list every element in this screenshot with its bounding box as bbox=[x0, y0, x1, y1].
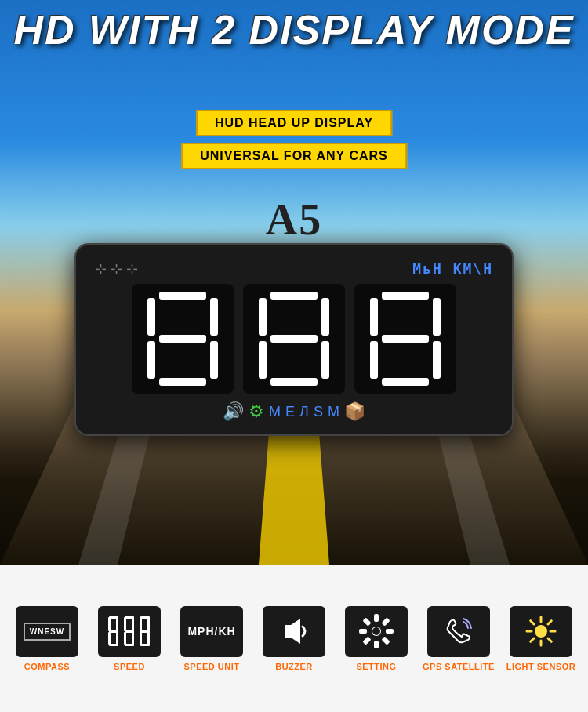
light-sensor-svg bbox=[524, 614, 558, 648]
svg-marker-25 bbox=[285, 619, 300, 644]
setting-icon-box bbox=[345, 606, 408, 657]
menu-m-icon: М bbox=[269, 404, 281, 420]
feature-setting: SETTING bbox=[339, 606, 414, 671]
seg-tl-1 bbox=[147, 298, 155, 336]
svg-line-35 bbox=[548, 638, 551, 641]
gps-label: GPS SATELLITE bbox=[423, 662, 495, 671]
seg-mid-3 bbox=[382, 335, 429, 343]
hero-section: HD WITH 2 DISPLAY MODE HUD HEAD UP DISPL… bbox=[0, 0, 588, 565]
model-name: A5 bbox=[266, 194, 322, 245]
badge-hud: HUD HEAD UP DISPLAY bbox=[196, 110, 392, 136]
seg-top-2 bbox=[270, 292, 318, 300]
mini-speed-display bbox=[108, 616, 151, 647]
seg-bot-3 bbox=[382, 378, 429, 386]
seg-top-1 bbox=[159, 292, 206, 300]
buzzer-label: BUZZER bbox=[275, 662, 313, 671]
menu-n-icon: Л bbox=[299, 404, 309, 420]
seg-br-2 bbox=[321, 341, 329, 379]
menu-e-icon: Е bbox=[285, 404, 295, 420]
gps-icon-box bbox=[427, 606, 490, 657]
speed-icon-box bbox=[98, 606, 161, 657]
bottom-section: WNESW COMPASS bbox=[0, 565, 588, 712]
seg-tr-3 bbox=[433, 298, 441, 336]
badge-universal: UNIVERSAL FOR ANY CARS bbox=[181, 143, 407, 169]
seg-display-3 bbox=[370, 292, 441, 386]
speaker-icon: ⊹ ⊹ ⊹ bbox=[95, 260, 138, 278]
svg-rect-10 bbox=[116, 632, 118, 645]
svg-rect-23 bbox=[140, 632, 142, 645]
digit-3 bbox=[354, 284, 456, 394]
seg-display-2 bbox=[259, 292, 329, 386]
digit-2 bbox=[243, 284, 345, 394]
light-sensor-icon-box bbox=[510, 606, 572, 657]
svg-rect-8 bbox=[116, 617, 118, 631]
gps-svg bbox=[441, 614, 476, 648]
svg-point-28 bbox=[372, 627, 380, 635]
light-sensor-label: LIGHT SENSOR bbox=[506, 662, 576, 671]
buzzer-icon-box bbox=[263, 606, 325, 657]
seg-bl-1 bbox=[147, 341, 155, 379]
svg-line-37 bbox=[531, 638, 534, 641]
svg-rect-21 bbox=[140, 617, 142, 631]
seg-display-1 bbox=[147, 292, 218, 386]
features-grid: WNESW COMPASS bbox=[10, 606, 579, 671]
compass-text: WNESW bbox=[30, 627, 64, 636]
svg-line-34 bbox=[531, 621, 534, 624]
speed-display bbox=[95, 284, 493, 394]
svg-rect-16 bbox=[124, 632, 126, 645]
seg-tl-3 bbox=[370, 298, 378, 336]
main-title: HD WITH 2 DISPLAY MODE bbox=[0, 8, 588, 53]
page-wrapper: HD WITH 2 DISPLAY MODE HUD HEAD UP DISPL… bbox=[0, 0, 588, 712]
hud-device: ⊹ ⊹ ⊹ МьН КМ\Н bbox=[74, 243, 514, 436]
svg-rect-9 bbox=[108, 632, 111, 645]
feature-gps: GPS SATELLITE bbox=[422, 606, 496, 671]
feature-light-sensor: LIGHT SENSOR bbox=[504, 606, 579, 671]
svg-rect-24 bbox=[147, 632, 150, 645]
svg-rect-17 bbox=[132, 632, 134, 645]
seg-tr-1 bbox=[210, 298, 218, 336]
svg-rect-27 bbox=[374, 614, 379, 622]
seg-br-1 bbox=[210, 341, 218, 379]
seg-mid-2 bbox=[270, 335, 318, 343]
seg-mid-1 bbox=[159, 335, 206, 343]
setting-label: SETTING bbox=[356, 662, 396, 671]
package-icon: 📦 bbox=[344, 401, 365, 422]
feature-buzzer: BUZZER bbox=[257, 606, 332, 671]
mini-speed-svg bbox=[108, 616, 151, 647]
seg-bot-1 bbox=[159, 378, 206, 386]
svg-rect-7 bbox=[108, 617, 111, 631]
svg-line-36 bbox=[548, 621, 551, 624]
speed-unit-icon-box: MPH/KH bbox=[180, 606, 243, 657]
seg-tl-2 bbox=[259, 298, 267, 336]
seg-br-3 bbox=[433, 341, 441, 379]
digit-1 bbox=[132, 284, 234, 394]
compass-display: WNESW bbox=[24, 623, 71, 641]
buzzer-svg bbox=[278, 616, 310, 647]
svg-rect-15 bbox=[132, 617, 134, 631]
device-top-bar: ⊹ ⊹ ⊹ МьН КМ\Н bbox=[95, 260, 493, 278]
speed-unit-text: MPH/KH bbox=[187, 625, 235, 638]
svg-rect-22 bbox=[147, 617, 150, 631]
seg-bl-3 bbox=[370, 341, 378, 379]
icon-row: 🔊 ⚙ М Е Л Ѕ М 📦 bbox=[95, 401, 493, 422]
seg-top-3 bbox=[382, 292, 429, 300]
speed-unit-label: SPEED UNIT bbox=[183, 662, 239, 671]
svg-point-29 bbox=[535, 625, 547, 638]
menu-m2-icon: М bbox=[328, 404, 339, 420]
svg-rect-14 bbox=[124, 617, 126, 631]
feature-compass: WNESW COMPASS bbox=[10, 606, 85, 671]
speed-label: SPEED bbox=[114, 662, 145, 671]
menu-s-icon: Ѕ bbox=[314, 404, 323, 420]
seg-bot-2 bbox=[270, 378, 318, 386]
compass-icon-box: WNESW bbox=[16, 606, 78, 657]
seg-bl-2 bbox=[259, 341, 267, 379]
seg-tr-2 bbox=[321, 298, 329, 336]
feature-speed-unit: MPH/KH SPEED UNIT bbox=[175, 606, 249, 671]
settings-gear-icon: ⚙ bbox=[249, 401, 264, 422]
unit-label: МьН КМ\Н bbox=[412, 260, 493, 277]
compass-label: COMPASS bbox=[24, 662, 70, 671]
setting-svg bbox=[359, 614, 394, 648]
feature-speed: SPEED bbox=[93, 606, 167, 671]
device-container: ⊹ ⊹ ⊹ МьН КМ\Н bbox=[74, 243, 514, 436]
badge-container: HUD HEAD UP DISPLAY UNIVERSAL FOR ANY CA… bbox=[181, 110, 407, 169]
